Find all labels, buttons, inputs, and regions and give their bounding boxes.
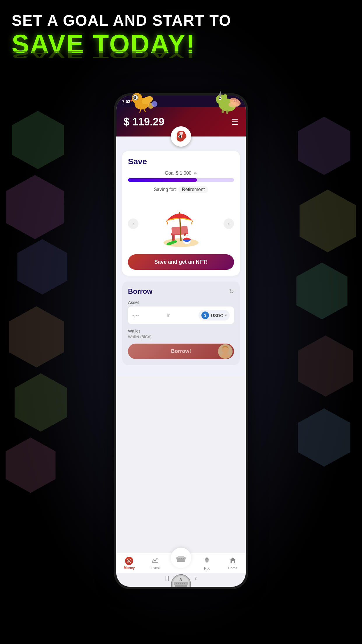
borrow-header: Borrow ↻ [128,287,234,295]
next-nft-button[interactable]: › [224,218,234,229]
pix-icon [203,556,211,566]
save-nft-button[interactable]: Save and get an NFT! [128,254,234,270]
title-reflection: SAVE TODAY! [12,48,231,60]
amount-input[interactable]: -,-- [132,312,139,318]
goal-row: Goal $ 1,000 ✏ [128,171,234,176]
saving-for-value: Retirement [178,186,208,193]
bottom-nav: $ Money Invest [116,553,246,573]
money-icon: $ [125,557,133,565]
back-button-icon[interactable]: ‹ [195,575,197,582]
user-avatar [218,344,233,359]
in-label: in [167,313,171,318]
svg-marker-7 [130,99,132,102]
svg-point-19 [229,102,239,108]
svg-line-9 [144,108,145,112]
floating-nft-token: 3 [171,574,191,587]
save-card: Save Goal $ 1,000 ✏ Saving for: Retireme… [122,151,240,276]
borrow-title: Borrow [128,287,152,295]
refresh-icon[interactable]: ↻ [229,288,234,295]
mascot-bird [124,83,162,120]
currency-chevron-icon: ▾ [225,313,227,317]
svg-line-8 [139,109,141,113]
center-nav-icon [171,548,191,568]
nav-item-money[interactable]: $ Money [119,557,139,570]
pix-nav-label: PIX [204,566,210,570]
home-icon [229,556,236,565]
svg-rect-47 [178,556,184,558]
svg-marker-48 [230,557,236,563]
borrow-button[interactable]: Borrow! [128,344,234,359]
amount-input-row: -,-- in $ USDC ▾ [128,307,234,324]
save-title: Save [128,157,234,166]
progress-bar-container [128,178,234,182]
phone-screen: 7:52 ▼ G 🔋 77% $ 119.29 ☰ [116,96,246,587]
wallet-label: Wallet [128,328,234,333]
nav-item-invest[interactable]: Invest [145,557,165,570]
svg-point-36 [221,353,230,359]
nft-image-container: ‹ [128,197,234,250]
app-logo [171,126,191,147]
nav-item-home[interactable]: Home [223,556,243,570]
svg-text:$: $ [128,559,130,563]
logo-circle [171,126,191,147]
saving-for-row: Saving for: Retirement [128,186,234,193]
goal-label: Goal $ 1,000 [165,171,191,176]
svg-rect-29 [171,226,188,235]
svg-text:3: 3 [180,578,182,582]
recent-apps-icon[interactable]: ||| [165,576,169,581]
home-nav-label: Home [228,566,238,570]
progress-bar-fill [128,178,197,182]
invest-icon [151,557,159,565]
saving-for-label: Saving for: [154,187,176,192]
edit-goal-icon[interactable]: ✏ [194,171,197,176]
currency-name: USDC [211,313,223,318]
wallet-value: Wallet (8fCd) [128,335,234,339]
prev-nft-button[interactable]: ‹ [128,218,138,229]
hero-text: SET A GOAL AND START TO SAVE TODAY! SAVE… [12,12,231,89]
nav-item-pix[interactable]: PIX [197,556,217,570]
mascot-rhino [211,85,245,120]
usdc-icon: $ [201,312,209,319]
asset-label: Asset [128,300,234,305]
phone-outer: 7:52 ▼ G 🔋 77% $ 119.29 ☰ [114,93,248,589]
beach-scene [158,200,204,247]
svg-point-24 [179,136,180,136]
currency-selector[interactable]: $ USDC ▾ [198,310,230,321]
subtitle-text: SET A GOAL AND START TO [12,12,231,29]
money-nav-label: Money [124,566,135,570]
app-content: Save Goal $ 1,000 ✏ Saving for: Retireme… [116,136,246,377]
borrow-card: Borrow ↻ Asset -,-- in $ USDC ▾ [122,281,240,365]
invest-nav-label: Invest [150,566,160,570]
nav-item-center[interactable] [171,548,191,569]
phone-device: 7:52 ▼ G 🔋 77% $ 119.29 ☰ [114,93,248,589]
svg-rect-40 [174,582,188,585]
